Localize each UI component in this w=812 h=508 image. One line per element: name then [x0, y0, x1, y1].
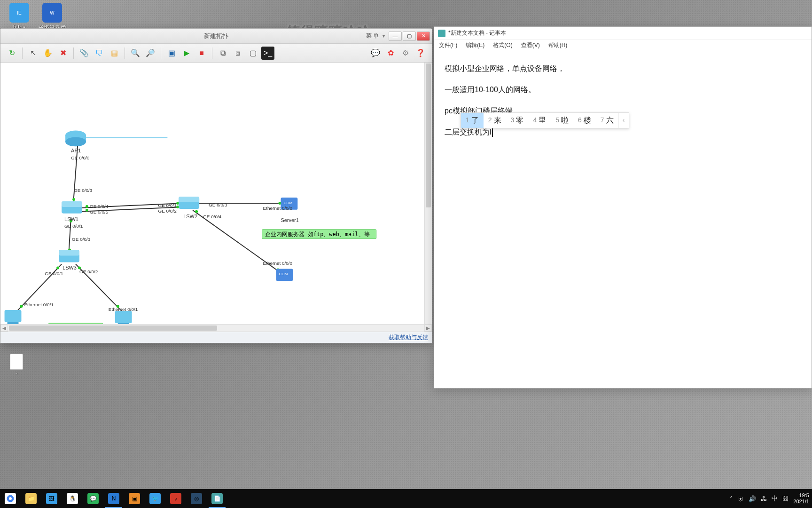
help-link[interactable]: 获取帮助与反馈	[389, 333, 428, 341]
ime-candidate-5[interactable]: 5啦	[551, 113, 573, 128]
ensp-task-icon: N	[108, 493, 119, 504]
tray-date: 2021/1	[793, 499, 809, 505]
ime-candidate-6[interactable]: 6楼	[573, 113, 596, 128]
toolbar-divider	[73, 48, 74, 59]
system-tray: ˄ ⛨ 🔊 🖧 中 囧 19:5 2021/1	[730, 492, 812, 505]
link-icon[interactable]: 📎	[78, 47, 91, 60]
maximize-button[interactable]: ▢	[403, 32, 416, 41]
hand-icon[interactable]: ✋	[41, 47, 55, 60]
menu-file[interactable]: 文件(F)	[437, 40, 459, 50]
task-bird[interactable]: 🐦	[145, 489, 165, 508]
svg-rect-38	[5, 310, 22, 322]
grid-icon[interactable]: ▢	[246, 47, 259, 60]
task-chrome[interactable]	[0, 489, 21, 508]
toolbar-divider	[22, 48, 23, 59]
task-notepad[interactable]: 📄	[207, 489, 227, 508]
ime-candidate-1[interactable]: 1了	[461, 113, 484, 128]
ensp-menu-label[interactable]: 菜 单	[366, 32, 379, 40]
cmd-icon[interactable]: >_	[261, 47, 274, 60]
menu-edit[interactable]: 编辑(E)	[464, 40, 486, 50]
close-button[interactable]: ✕	[417, 32, 430, 41]
menu-format[interactable]: 格式(O)	[491, 40, 514, 50]
globe-icon: IE	[9, 3, 29, 23]
svg-point-11	[86, 205, 88, 208]
task-qq[interactable]: 🐧	[62, 489, 83, 508]
notepad-textarea[interactable]: 模拟小型企业网络，单点设备网络， 一般适用10-100人的网络。 pc模拟部门楼…	[434, 51, 812, 388]
scroll-left-icon[interactable]: ◀	[0, 325, 8, 332]
task-ensp[interactable]: N	[103, 489, 124, 508]
svg-text:.COM: .COM	[282, 201, 292, 205]
ime-prev-icon[interactable]: ‹	[618, 113, 629, 128]
task-wechat[interactable]: 💬	[83, 489, 103, 508]
notepad-task-icon: 📄	[211, 493, 223, 504]
scroll-right-icon[interactable]: ▶	[424, 325, 432, 332]
ime-candidate-4[interactable]: 4里	[528, 113, 551, 128]
redo-icon[interactable]: ↻	[5, 47, 18, 60]
huawei-icon[interactable]: ✿	[384, 47, 397, 60]
notepad-titlebar[interactable]: *新建文本文档 - 记事本	[434, 27, 812, 40]
svg-point-10	[72, 198, 75, 201]
device-pc1[interactable]	[5, 310, 22, 324]
ensp-titlebar[interactable]: 新建拓扑 菜 单 ▾ — ▢ ✕	[0, 29, 432, 44]
canvas-horizontal-scrollbar[interactable]: ◀ ▶	[0, 324, 432, 332]
minimize-button[interactable]: —	[389, 32, 402, 41]
ime-candidate-3[interactable]: 3零	[506, 113, 529, 128]
tray-volume-icon[interactable]: 🔊	[749, 495, 756, 502]
port-label: GE 0/0/3	[72, 237, 91, 242]
device-server1[interactable]: .COM	[281, 198, 297, 210]
ime-candidate-bar[interactable]: 1了 2来 3零 4里 5啦 6楼 7六 ‹	[461, 112, 629, 128]
taskbar: 📁 🖼 🐧 💬 N ▣ 🐦 ♪ ◎ 📄 ˄ ⛨ 🔊 🖧 中 囧 19:5 202…	[0, 489, 812, 508]
note-icon[interactable]: 🗨	[93, 47, 106, 60]
task-netease[interactable]: ♪	[165, 489, 186, 508]
tray-shield-icon[interactable]: ⛨	[738, 495, 744, 502]
dropdown-icon[interactable]: ▾	[383, 33, 385, 39]
tray-ime-mode[interactable]: 囧	[782, 494, 789, 503]
ime-candidate-2[interactable]: 2来	[484, 113, 506, 128]
settings-icon[interactable]: ⚙	[399, 47, 412, 60]
tray-clock[interactable]: 19:5 2021/1	[793, 492, 809, 505]
menu-help[interactable]: 帮助(H)	[547, 40, 570, 50]
toolbar-divider	[212, 48, 212, 59]
stop-icon[interactable]: ■	[195, 47, 208, 60]
task-explorer[interactable]: 📁	[21, 489, 41, 508]
desktop-file[interactable]: -	[7, 354, 26, 375]
wechat-icon: 💬	[87, 493, 99, 504]
svg-rect-33	[59, 250, 79, 256]
task-photos[interactable]: 🖼	[41, 489, 62, 508]
tray-chevron-up-icon[interactable]: ˄	[730, 495, 733, 502]
layers-icon[interactable]: ⧈	[231, 47, 244, 60]
port-label: GE 0/0/2	[158, 208, 177, 214]
device-lsw2[interactable]	[179, 197, 199, 209]
port-label: GE 0/0/4	[203, 214, 222, 219]
task-steam[interactable]: ◎	[186, 489, 207, 508]
palette-icon[interactable]: ▦	[108, 47, 121, 60]
tray-network-icon[interactable]: 🖧	[761, 495, 767, 502]
svg-rect-31	[179, 197, 199, 202]
port-label: GE 0/0/0	[71, 155, 90, 160]
device-lsw1[interactable]	[62, 201, 82, 214]
zoom-in-icon[interactable]: 🔍	[129, 47, 142, 60]
device-pc2[interactable]	[115, 311, 132, 324]
device-ar1[interactable]	[65, 130, 86, 146]
topology-canvas[interactable]: AR1 GE 0/0/0 GE 0/0/3 GE 0/0/4 GE 0/0/5 …	[0, 63, 424, 324]
fit-icon[interactable]: ▣	[165, 47, 178, 60]
canvas-vertical-scrollbar[interactable]	[424, 63, 432, 324]
task-vm[interactable]: ▣	[124, 489, 145, 508]
capture-icon[interactable]: ⧉	[216, 47, 229, 60]
zoom-out-icon[interactable]: 🔎	[144, 47, 157, 60]
delete-icon[interactable]: ✖	[56, 47, 70, 60]
play-icon[interactable]: ▶	[180, 47, 193, 60]
tray-ime-lang[interactable]: 中	[772, 494, 778, 503]
svg-point-12	[86, 209, 88, 212]
device-lsw3[interactable]	[59, 250, 79, 262]
desktop-icon-https[interactable]: IE https	[3, 3, 36, 31]
chat-icon[interactable]: 💬	[369, 47, 382, 60]
svg-point-27	[65, 137, 86, 146]
text-cursor	[492, 128, 493, 137]
menu-view[interactable]: 查看(V)	[519, 40, 542, 50]
ime-candidate-7[interactable]: 7六	[596, 113, 618, 128]
word-icon: W	[42, 3, 62, 23]
device-server2[interactable]: .COM	[276, 269, 293, 281]
help-icon[interactable]: ❓	[414, 47, 427, 60]
pointer-icon[interactable]: ↖	[26, 47, 39, 60]
